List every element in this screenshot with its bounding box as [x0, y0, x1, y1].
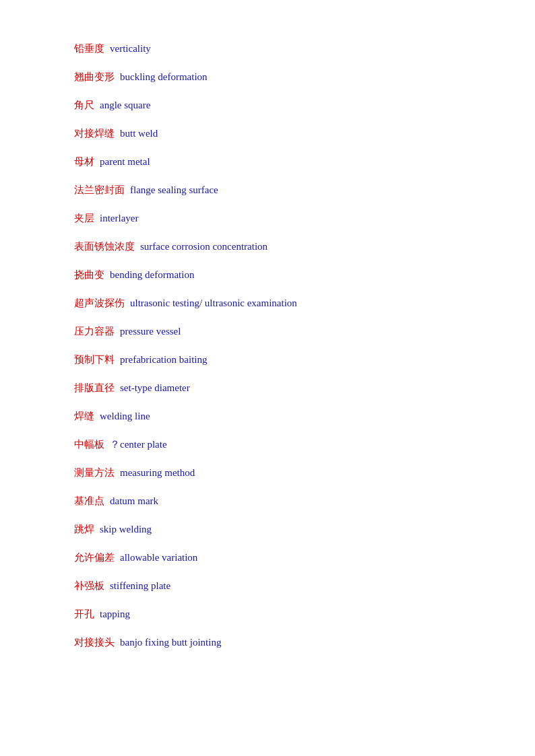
- chinese-term: 预制下料: [74, 351, 115, 368]
- chinese-term: 开孔: [74, 606, 94, 622]
- chinese-term: 超声波探伤: [74, 295, 125, 311]
- list-item: 角尺angle square: [74, 97, 461, 113]
- english-term: angle square: [100, 97, 150, 113]
- english-term: ultrasonic testing/ ultrasonic examinati…: [130, 295, 297, 311]
- list-item: 允许偏差allowable variation: [74, 549, 461, 565]
- chinese-term: 中幅板: [74, 436, 104, 452]
- list-item: 法兰密封面flange sealing surface: [74, 182, 461, 198]
- list-item: 超声波探伤ultrasonic testing/ ultrasonic exam…: [74, 295, 461, 311]
- list-item: 开孔tapping: [74, 606, 461, 622]
- chinese-term: 允许偏差: [74, 549, 115, 565]
- chinese-term: 补强板: [74, 578, 104, 594]
- list-item: 对接接头banjo fixing butt jointing: [74, 634, 461, 650]
- english-term: banjo fixing butt jointing: [120, 634, 221, 650]
- chinese-term: 铅垂度: [74, 40, 104, 57]
- english-term: prefabrication baiting: [120, 351, 208, 368]
- english-term: set-type diameter: [120, 380, 190, 396]
- list-item: 补强板stiffening plate: [74, 578, 461, 594]
- english-term: skip welding: [100, 521, 152, 537]
- english-term: butt weld: [120, 125, 158, 141]
- english-term: verticality: [110, 40, 151, 57]
- list-item: 翘曲变形buckling deformation: [74, 69, 461, 85]
- chinese-term: 基准点: [74, 493, 104, 509]
- chinese-term: 夹层: [74, 210, 94, 226]
- chinese-term: 跳焊: [74, 521, 94, 537]
- list-item: 焊缝welding line: [74, 408, 461, 424]
- entries-list: 铅垂度verticality翘曲变形buckling deformation角尺…: [74, 40, 461, 650]
- list-item: 排版直径set-type diameter: [74, 380, 461, 396]
- chinese-term: 翘曲变形: [74, 69, 115, 85]
- list-item: 母材parent metal: [74, 153, 461, 170]
- list-item: 测量方法measuring method: [74, 465, 461, 481]
- chinese-term: 对接接头: [74, 634, 115, 650]
- english-term: datum mark: [110, 493, 158, 509]
- chinese-term: 压力容器: [74, 323, 115, 339]
- list-item: 铅垂度verticality: [74, 40, 461, 57]
- english-term: welding line: [100, 408, 150, 424]
- chinese-term: 角尺: [74, 97, 94, 113]
- english-term: surface corrosion concentration: [140, 238, 268, 254]
- english-term: stiffening plate: [110, 578, 170, 594]
- list-item: 预制下料prefabrication baiting: [74, 351, 461, 368]
- chinese-term: 法兰密封面: [74, 182, 125, 198]
- english-term: interlayer: [100, 210, 138, 226]
- list-item: 跳焊skip welding: [74, 521, 461, 537]
- english-term: pressure vessel: [120, 323, 181, 339]
- english-term: measuring method: [120, 465, 195, 481]
- chinese-term: 表面锈蚀浓度: [74, 238, 135, 254]
- english-term: buckling deformation: [120, 69, 208, 85]
- list-item: 夹层interlayer: [74, 210, 461, 226]
- chinese-term: 母材: [74, 153, 94, 170]
- english-term: tapping: [100, 606, 130, 622]
- list-item: 表面锈蚀浓度surface corrosion concentration: [74, 238, 461, 254]
- chinese-term: 测量方法: [74, 465, 115, 481]
- list-item: 基准点datum mark: [74, 493, 461, 509]
- english-term: ？center plate: [110, 436, 167, 452]
- chinese-term: 排版直径: [74, 380, 115, 396]
- english-term: allowable variation: [120, 549, 197, 565]
- english-term: bending deformation: [110, 267, 194, 283]
- list-item: 中幅板？center plate: [74, 436, 461, 452]
- english-term: parent metal: [100, 153, 150, 170]
- chinese-term: 对接焊缝: [74, 125, 115, 141]
- chinese-term: 焊缝: [74, 408, 94, 424]
- list-item: 挠曲变bending deformation: [74, 267, 461, 283]
- chinese-term: 挠曲变: [74, 267, 104, 283]
- english-term: flange sealing surface: [130, 182, 218, 198]
- list-item: 压力容器pressure vessel: [74, 323, 461, 339]
- list-item: 对接焊缝butt weld: [74, 125, 461, 141]
